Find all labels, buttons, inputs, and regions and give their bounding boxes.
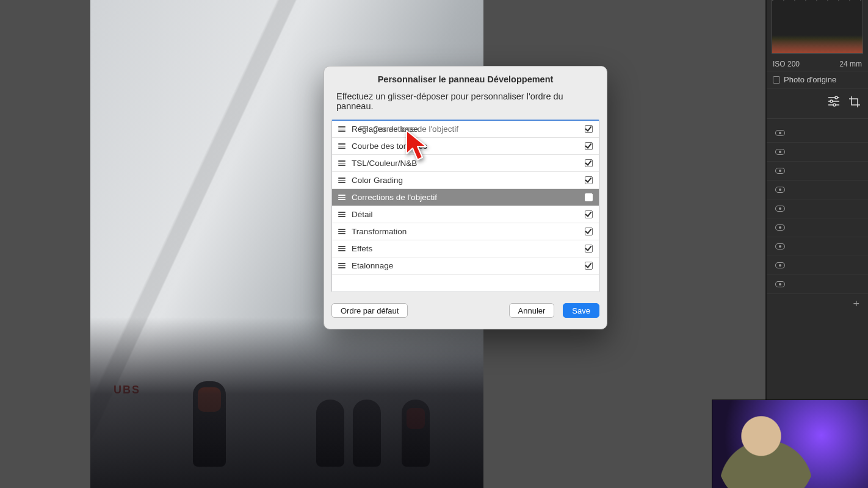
panel-row[interactable]: Détail (332, 206, 599, 223)
panel-row-label: Etalonnage (352, 261, 585, 270)
add-section-icon[interactable]: + (767, 294, 868, 314)
panel-row-label: Réglages de base (352, 124, 585, 134)
webcam-inset (712, 400, 868, 488)
eye-icon[interactable] (775, 262, 785, 268)
section-visibility-row[interactable] (767, 218, 868, 237)
panel-row-label: Détail (352, 210, 585, 219)
drag-handle-icon[interactable] (338, 126, 345, 132)
section-visibility-row[interactable] (767, 181, 868, 199)
panel-row[interactable]: Courbe des tonalités (332, 138, 599, 155)
origin-label: Photo d'origine (784, 75, 836, 84)
dialog-title: Personnaliser le panneau Développement (324, 66, 607, 92)
panel-row-label: Color Grading (352, 176, 585, 185)
panel-row[interactable]: Corrections de l'objectif (332, 189, 599, 206)
drag-handle-icon[interactable] (338, 178, 345, 183)
drag-handle-icon[interactable] (338, 195, 345, 200)
panel-row-checkbox[interactable] (585, 159, 593, 167)
panel-row[interactable]: Effets (332, 240, 599, 257)
origin-row[interactable]: Photo d'origine (767, 71, 868, 88)
panel-sections (767, 119, 868, 294)
tool-icons-row (767, 88, 868, 119)
drag-handle-icon[interactable] (338, 246, 345, 251)
section-visibility-row[interactable] (767, 124, 868, 143)
histogram[interactable] (772, 0, 863, 54)
eye-icon[interactable] (775, 243, 785, 249)
adjust-sliders-icon[interactable] (828, 96, 840, 111)
drag-handle-icon[interactable] (338, 263, 345, 268)
panel-row-label: TSL/Couleur/N&B (352, 159, 585, 168)
panel-row-checkbox[interactable] (585, 125, 593, 133)
eye-icon[interactable] (775, 224, 785, 231)
focal-length: 24 mm (839, 60, 862, 68)
customize-develop-panel-dialog: Personnaliser le panneau Développement E… (324, 66, 607, 329)
default-order-button[interactable]: Ordre par défaut (331, 303, 408, 318)
section-visibility-row[interactable] (767, 256, 868, 275)
drag-handle-icon[interactable] (338, 143, 345, 149)
photo-figure (193, 381, 226, 467)
origin-checkbox-icon[interactable] (773, 76, 780, 84)
panel-row-blank (332, 274, 599, 292)
eye-icon[interactable] (775, 281, 785, 287)
eye-icon[interactable] (775, 206, 785, 212)
panel-row-checkbox[interactable] (585, 210, 593, 218)
section-visibility-row[interactable] (767, 199, 868, 218)
panel-row[interactable]: Transformation (332, 223, 599, 240)
drag-handle-icon[interactable] (338, 212, 345, 217)
section-visibility-row[interactable] (767, 237, 868, 256)
eye-icon[interactable] (775, 168, 785, 174)
eye-icon[interactable] (775, 187, 785, 193)
panel-row[interactable]: Réglages de base (332, 121, 599, 138)
dialog-button-row: Ordre par défaut Annuler Save (324, 292, 607, 318)
iso-value: ISO 200 (773, 60, 800, 68)
svg-point-3 (830, 100, 833, 102)
panel-row-checkbox[interactable] (585, 176, 593, 184)
panel-row-label: Transformation (352, 227, 585, 236)
section-visibility-row[interactable] (767, 162, 868, 181)
drag-handle-icon[interactable] (338, 229, 345, 234)
panel-order-list[interactable]: Réglages de baseCourbe des tonalitésTSL/… (331, 120, 599, 292)
section-visibility-row[interactable] (767, 275, 868, 294)
panel-row[interactable]: Etalonnage (332, 257, 599, 274)
crop-icon[interactable] (848, 96, 861, 111)
svg-point-1 (835, 96, 837, 99)
eye-icon[interactable] (775, 149, 785, 155)
photo-figure (353, 400, 381, 467)
panel-row-label: Courbe des tonalités (352, 142, 585, 151)
panel-row-checkbox[interactable] (585, 262, 593, 270)
photo-figure (316, 400, 344, 467)
cancel-button[interactable]: Annuler (509, 303, 555, 318)
panel-row-checkbox[interactable] (585, 228, 593, 235)
panel-row[interactable]: TSL/Couleur/N&B (332, 155, 599, 172)
panel-row-label: Corrections de l'objectif (352, 193, 585, 202)
panel-row-checkbox[interactable] (585, 142, 593, 150)
panel-row[interactable]: Color Grading (332, 172, 599, 189)
exif-row: ISO 200 24 mm (767, 57, 868, 71)
eye-icon[interactable] (775, 130, 785, 136)
panel-row-checkbox[interactable] (585, 193, 593, 201)
svg-point-5 (833, 104, 836, 106)
section-visibility-row[interactable] (767, 143, 868, 162)
panel-row-checkbox[interactable] (585, 245, 593, 253)
drag-handle-icon[interactable] (338, 160, 345, 166)
dialog-instruction: Effectuez un glisser-déposer pour person… (324, 92, 607, 120)
panel-row-label: Effets (352, 244, 585, 253)
photo-sign: UBS (114, 384, 140, 396)
photo-figure (402, 400, 430, 467)
save-button[interactable]: Save (563, 303, 599, 318)
